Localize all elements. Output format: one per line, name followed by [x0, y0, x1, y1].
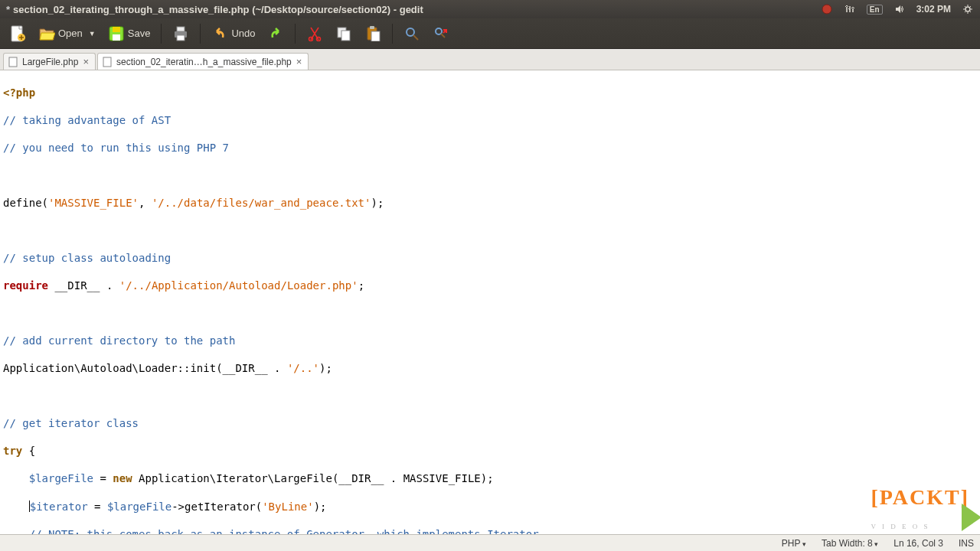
document-icon	[103, 57, 113, 67]
titlebar: * section_02_iterating_through_a_massive…	[0, 0, 980, 18]
svg-rect-9	[177, 35, 185, 41]
network-icon[interactable]	[844, 3, 856, 15]
paste-icon	[364, 25, 381, 42]
svg-rect-16	[371, 31, 380, 41]
code-comment: // you need to run this using PHP 7	[3, 142, 229, 154]
window-title: section_02_iterating_through_a_massive_f…	[13, 4, 821, 15]
svg-point-17	[407, 28, 414, 36]
play-icon	[962, 504, 980, 531]
redo-button[interactable]	[263, 22, 289, 45]
separator	[161, 24, 162, 44]
tab-label: LargeFile.php	[22, 57, 78, 67]
toolbar: Open▼ Save Undo	[0, 18, 980, 49]
modified-indicator: *	[6, 4, 10, 15]
svg-rect-7	[177, 27, 185, 31]
text-cursor	[29, 500, 30, 512]
tab-label: section_02_iteratin…h_a_massive_file.php	[116, 57, 292, 67]
print-icon	[172, 25, 189, 42]
paste-button[interactable]	[360, 22, 386, 45]
svg-point-1	[965, 7, 970, 11]
code-comment: // get iterator class	[3, 417, 139, 429]
separator	[200, 24, 201, 44]
open-button[interactable]: Open▼	[34, 22, 100, 45]
print-button[interactable]	[168, 22, 194, 45]
clock[interactable]: 3:02 PM	[916, 4, 951, 15]
insert-mode[interactable]: INS	[959, 538, 974, 549]
undo-label: Undo	[231, 28, 255, 39]
svg-rect-6	[113, 34, 120, 41]
svg-point-0	[822, 5, 831, 14]
search-button[interactable]	[399, 22, 425, 45]
svg-rect-13	[341, 31, 350, 41]
save-label: Save	[128, 28, 151, 39]
search-icon	[403, 25, 420, 42]
keyboard-indicator[interactable]: En	[867, 5, 883, 15]
statusbar: PHP Tab Width: 8 Ln 16, Col 3 INS	[0, 534, 980, 551]
record-icon[interactable]	[821, 3, 833, 15]
cut-button[interactable]	[302, 22, 328, 45]
svg-rect-5	[113, 27, 120, 32]
volume-icon[interactable]	[893, 3, 906, 15]
copy-button[interactable]	[331, 22, 357, 45]
redo-icon	[267, 25, 284, 42]
separator	[295, 24, 296, 44]
svg-point-18	[436, 28, 442, 34]
language-selector[interactable]: PHP	[782, 538, 806, 549]
system-tray: En 3:02 PM	[821, 3, 974, 15]
code-comment: // taking advantage of AST	[3, 114, 171, 126]
tabwidth-selector[interactable]: Tab Width: 8	[822, 538, 878, 549]
new-file-icon	[9, 25, 26, 42]
replace-button[interactable]	[428, 22, 454, 45]
editor-area[interactable]: <?php // taking advantage of AST // you …	[0, 70, 980, 551]
undo-button[interactable]: Undo	[207, 22, 260, 45]
chevron-down-icon: ▼	[89, 30, 96, 37]
svg-rect-20	[103, 57, 111, 67]
svg-rect-15	[370, 26, 374, 29]
copy-icon	[335, 25, 352, 42]
open-label: Open	[58, 28, 83, 39]
folder-open-icon	[38, 25, 55, 42]
tab-close-icon[interactable]: ×	[83, 56, 89, 67]
new-button[interactable]	[5, 22, 31, 45]
code-comment: // setup class autoloading	[3, 252, 171, 264]
document-icon	[8, 57, 19, 67]
tab-close-icon[interactable]: ×	[296, 56, 302, 67]
cut-icon	[306, 25, 323, 42]
tab-section02[interactable]: section_02_iteratin…h_a_massive_file.php…	[97, 53, 309, 70]
save-button[interactable]: Save	[103, 22, 155, 45]
code-comment: // add current directory to the path	[3, 334, 235, 347]
separator	[392, 24, 393, 44]
packt-logo: [PACKT]V I D E O S	[871, 485, 969, 534]
svg-rect-19	[9, 57, 17, 67]
gear-icon[interactable]	[962, 3, 974, 15]
tab-largefile[interactable]: LargeFile.php ×	[3, 53, 96, 70]
save-icon	[108, 25, 125, 42]
code-token: <?php	[3, 86, 35, 99]
cursor-position: Ln 16, Col 3	[893, 538, 943, 549]
replace-icon	[433, 25, 449, 42]
tab-bar: LargeFile.php × section_02_iteratin…h_a_…	[0, 49, 980, 70]
undo-icon	[211, 25, 228, 42]
